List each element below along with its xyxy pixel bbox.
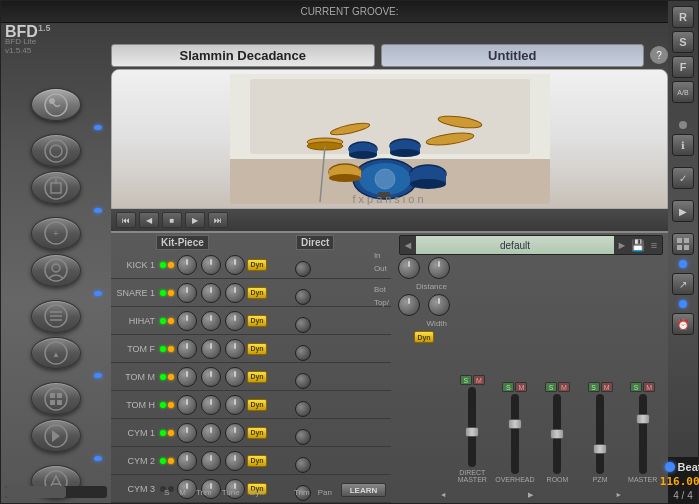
- direct-knob-1-1[interactable]: [295, 261, 311, 277]
- direct-master-s[interactable]: S: [460, 375, 472, 385]
- tomm-led-green[interactable]: [160, 374, 166, 380]
- width-knob2[interactable]: [428, 294, 450, 316]
- preset-save-btn[interactable]: 💾: [630, 239, 646, 252]
- tomf-knob3[interactable]: [225, 339, 245, 359]
- distance-knob1[interactable]: [398, 257, 420, 279]
- tomh-led-green[interactable]: [160, 402, 166, 408]
- direct-knob-3-1[interactable]: [295, 317, 311, 333]
- right-btn-s[interactable]: S: [672, 31, 694, 53]
- tomf-knob2[interactable]: [201, 339, 221, 359]
- groove-name[interactable]: Slammin Decadance: [111, 44, 375, 67]
- pzm-s[interactable]: S: [588, 382, 600, 392]
- room-fader[interactable]: [553, 394, 561, 474]
- tomm-knob1[interactable]: [177, 367, 197, 387]
- tomm-knob3[interactable]: [225, 367, 245, 387]
- cym2-knob1[interactable]: [177, 451, 197, 471]
- transport-forward[interactable]: ⏭: [208, 212, 228, 228]
- transport-stop[interactable]: ■: [162, 212, 182, 228]
- cym1-knob3[interactable]: [225, 423, 245, 443]
- tomm-dyn[interactable]: Dyn: [247, 371, 267, 383]
- tomf-knob1[interactable]: [177, 339, 197, 359]
- right-btn-check[interactable]: ✓: [672, 167, 694, 189]
- tomm-knob2[interactable]: [201, 367, 221, 387]
- direct-master-m[interactable]: M: [473, 375, 485, 385]
- hihat-led-green[interactable]: [160, 318, 166, 324]
- preset-next-btn[interactable]: ►: [614, 239, 630, 251]
- cym1-knob2[interactable]: [201, 423, 221, 443]
- master-m[interactable]: M: [643, 382, 655, 392]
- tomm-led-yellow[interactable]: [168, 374, 174, 380]
- snare1-knob1[interactable]: [177, 283, 197, 303]
- hihat-knob3[interactable]: [225, 311, 245, 331]
- dyn-btn-main[interactable]: Dyn: [414, 331, 434, 343]
- tomf-led-green[interactable]: [160, 346, 166, 352]
- direct-knob-7-1[interactable]: [295, 429, 311, 445]
- sidebar-scrollbar[interactable]: [5, 486, 107, 498]
- cym1-led-green[interactable]: [160, 430, 166, 436]
- overhead-fader[interactable]: [511, 394, 519, 474]
- sidebar-btn-9[interactable]: [31, 419, 81, 452]
- transport-prev[interactable]: ◀: [139, 212, 159, 228]
- cym2-led-yellow[interactable]: [168, 458, 174, 464]
- direct-master-fader[interactable]: [468, 387, 476, 467]
- right-btn-r[interactable]: R: [672, 6, 694, 28]
- width-knob1[interactable]: [398, 294, 420, 316]
- hihat-knob2[interactable]: [201, 311, 221, 331]
- overhead-m[interactable]: M: [515, 382, 527, 392]
- room-s[interactable]: S: [545, 382, 557, 392]
- kick1-led-yellow[interactable]: [168, 262, 174, 268]
- direct-knob-6-1[interactable]: [295, 401, 311, 417]
- snare1-led-yellow[interactable]: [168, 290, 174, 296]
- cym1-dyn[interactable]: Dyn: [247, 427, 267, 439]
- transport-play[interactable]: ▶: [185, 212, 205, 228]
- sidebar-btn-1[interactable]: [31, 88, 81, 121]
- kick1-dyn[interactable]: Dyn: [247, 259, 267, 271]
- direct-knob-2-1[interactable]: [295, 289, 311, 305]
- preset-menu-btn[interactable]: ≡: [646, 239, 662, 251]
- sidebar-btn-4[interactable]: +: [31, 217, 81, 250]
- tomh-knob1[interactable]: [177, 395, 197, 415]
- sidebar-btn-6[interactable]: [31, 300, 81, 333]
- snare1-led-green[interactable]: [160, 290, 166, 296]
- pzm-fader[interactable]: [596, 394, 604, 474]
- preset-prev-btn[interactable]: ◄: [400, 239, 416, 251]
- kick1-knob3[interactable]: [225, 255, 245, 275]
- tomh-knob3[interactable]: [225, 395, 245, 415]
- hihat-led-yellow[interactable]: [168, 318, 174, 324]
- tomh-dyn[interactable]: Dyn: [247, 399, 267, 411]
- sidebar-btn-5[interactable]: [31, 254, 81, 287]
- right-btn-info[interactable]: ℹ: [672, 134, 694, 156]
- kick1-knob1[interactable]: [177, 255, 197, 275]
- transport-rewind[interactable]: ⏮: [116, 212, 136, 228]
- learn-button[interactable]: LEARN: [341, 483, 386, 497]
- preset-name[interactable]: default: [416, 236, 614, 254]
- direct-knob-4-1[interactable]: [295, 345, 311, 361]
- bottom-nav-left[interactable]: ◄: [440, 491, 447, 499]
- right-btn-grid[interactable]: [672, 233, 694, 255]
- snare1-knob2[interactable]: [201, 283, 221, 303]
- untitled-box[interactable]: Untitled: [381, 44, 645, 67]
- right-btn-play2[interactable]: ▶: [672, 200, 694, 222]
- sidebar-btn-7[interactable]: ▲: [31, 337, 81, 370]
- distance-knob2[interactable]: [428, 257, 450, 279]
- direct-knob-5-1[interactable]: [295, 373, 311, 389]
- right-btn-f[interactable]: F: [672, 56, 694, 78]
- sidebar-btn-8[interactable]: [31, 382, 81, 415]
- snare1-dyn[interactable]: Dyn: [247, 287, 267, 299]
- right-btn-arrow[interactable]: ↗: [672, 273, 694, 295]
- sidebar-btn-2[interactable]: [31, 134, 81, 167]
- hihat-dyn[interactable]: Dyn: [247, 315, 267, 327]
- master-fader[interactable]: [639, 394, 647, 474]
- overhead-s[interactable]: S: [502, 382, 514, 392]
- tomh-knob2[interactable]: [201, 395, 221, 415]
- cym2-knob3[interactable]: [225, 451, 245, 471]
- tomf-dyn[interactable]: Dyn: [247, 343, 267, 355]
- sidebar-btn-3[interactable]: [31, 171, 81, 204]
- bottom-nav-play[interactable]: ▶: [528, 491, 533, 499]
- master-s[interactable]: S: [630, 382, 642, 392]
- cym1-knob1[interactable]: [177, 423, 197, 443]
- cym2-dyn[interactable]: Dyn: [247, 455, 267, 467]
- cym2-knob2[interactable]: [201, 451, 221, 471]
- bottom-nav-right[interactable]: ►: [615, 491, 622, 499]
- right-btn-ab[interactable]: A/B: [672, 81, 694, 103]
